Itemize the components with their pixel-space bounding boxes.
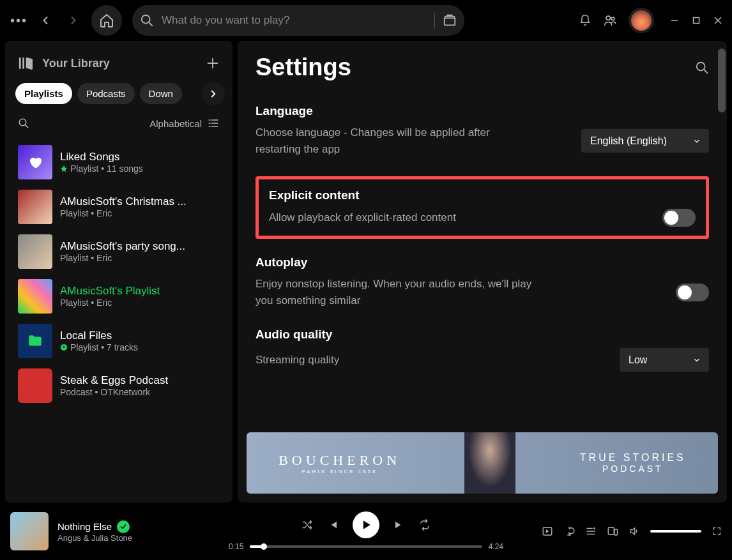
ad-text-1: TRUE STORIES (580, 452, 686, 464)
nav-back-button[interactable] (35, 10, 56, 31)
setting-desc: Allow playback of explicit-rated content (269, 209, 456, 226)
search-icon (140, 13, 154, 27)
player-bar: Nothing Else Angus & Julia Stone (0, 503, 732, 560)
volume-icon[interactable] (629, 526, 640, 537)
library-button[interactable]: Your Library (18, 55, 110, 72)
svg-point-2 (611, 17, 614, 20)
item-title: AMusicSoft's Playlist (60, 285, 220, 298)
item-title: Steak & Eggs Podcast (60, 374, 220, 387)
item-title: Liked Songs (60, 151, 220, 163)
maximize-button[interactable] (692, 17, 700, 24)
streaming-quality-select[interactable]: Low (620, 348, 709, 372)
nav-forward-button[interactable] (63, 10, 84, 31)
shuffle-button[interactable] (301, 519, 313, 531)
volume-bar[interactable] (650, 530, 701, 533)
avatar[interactable] (629, 8, 654, 33)
explicit-toggle[interactable] (662, 209, 696, 227)
svg-point-1 (606, 16, 610, 20)
item-subtitle: Playlist • Eric (60, 298, 220, 308)
setting-explicit: Explicit content Allow playback of expli… (269, 188, 696, 227)
item-subtitle: Playlist • 11 songs (70, 163, 143, 174)
svg-rect-8 (608, 527, 614, 534)
time-elapsed: 0:15 (229, 542, 243, 551)
item-subtitle: Playlist • Eric (60, 253, 220, 263)
connect-device-icon[interactable] (607, 526, 618, 537)
library-icon (18, 55, 34, 72)
progress-bar[interactable] (250, 545, 482, 548)
previous-button[interactable] (327, 519, 339, 531)
fullscreen-icon[interactable] (712, 526, 722, 536)
sort-button[interactable]: Alphabetical (149, 117, 220, 130)
list-item[interactable]: Liked Songs Playlist • 11 songs (13, 140, 225, 185)
sidebar: Your Library Playlists Podcasts Down Alp… (5, 41, 233, 503)
minimize-button[interactable] (671, 17, 678, 24)
search-bar[interactable] (132, 5, 464, 36)
repeat-button[interactable] (419, 519, 431, 531)
chip-playlists[interactable]: Playlists (15, 83, 72, 104)
time-duration: 4:24 (489, 542, 503, 551)
cover-art (18, 324, 52, 358)
cover-art (18, 279, 52, 314)
chip-downloaded[interactable]: Down (140, 83, 182, 104)
friends-icon[interactable] (603, 13, 617, 27)
download-icon (60, 344, 68, 351)
divider (434, 13, 435, 28)
pin-icon (60, 165, 68, 172)
list-item[interactable]: AMusicSoft's Playlist Playlist • Eric (13, 274, 225, 319)
track-artist[interactable]: Angus & Julia Stone (57, 533, 132, 543)
ad-brand-subtitle: PARIS SINCE 1858 (278, 469, 400, 474)
setting-heading: Language (255, 104, 709, 118)
setting-audio-quality: Audio quality Streaming quality Low (255, 328, 709, 372)
item-title: Local Files (60, 329, 220, 342)
item-title: AMusicSoft's Christmas ... (60, 195, 220, 208)
language-select[interactable]: English (English) (581, 129, 709, 153)
cover-art (18, 190, 52, 224)
saved-check-icon[interactable] (117, 520, 130, 533)
list-item[interactable]: AMusicSoft's Christmas ... Playlist • Er… (13, 185, 225, 229)
ad-banner[interactable]: BOUCHERON PARIS SINCE 1858 TRUE STORIES … (247, 432, 718, 494)
setting-desc: Streaming quality (255, 352, 339, 368)
scrollbar[interactable] (718, 49, 726, 112)
browse-icon[interactable] (443, 13, 457, 27)
search-library-icon[interactable] (18, 117, 29, 129)
item-subtitle: Podcast • OTKnetwork (60, 387, 220, 397)
setting-heading: Audio quality (255, 328, 709, 342)
page-title: Settings (255, 54, 351, 81)
now-playing-view-icon[interactable] (542, 526, 553, 537)
cover-art (18, 145, 52, 179)
main-content: Settings Language Choose language - Chan… (238, 41, 727, 503)
setting-heading: Autoplay (255, 255, 709, 269)
more-menu-icon[interactable]: ••• (10, 13, 27, 28)
sort-label: Alphabetical (149, 118, 202, 129)
ad-brand: BOUCHERON (278, 452, 400, 469)
queue-icon[interactable] (585, 526, 597, 537)
list-item[interactable]: AMusicSoft's party song... Playlist • Er… (13, 229, 225, 274)
autoplay-toggle[interactable] (676, 284, 709, 301)
list-view-icon (207, 117, 220, 130)
next-button[interactable] (393, 519, 405, 531)
create-button[interactable] (206, 56, 220, 70)
item-title: AMusicSoft's party song... (60, 240, 220, 253)
toggle-knob (678, 285, 692, 299)
search-settings-icon[interactable] (695, 61, 709, 75)
svg-rect-3 (694, 18, 699, 24)
cover-art (18, 368, 52, 403)
library-title: Your Library (42, 57, 110, 70)
track-title[interactable]: Nothing Else (57, 521, 112, 532)
lyrics-icon[interactable] (563, 526, 575, 537)
cover-art (18, 234, 52, 269)
close-button[interactable] (714, 17, 722, 24)
toggle-knob (664, 211, 678, 225)
search-input[interactable] (162, 14, 427, 27)
notifications-icon[interactable] (579, 14, 591, 27)
list-item[interactable]: Local Files Playlist • 7 tracks (13, 319, 225, 363)
play-button[interactable] (353, 511, 379, 538)
home-button[interactable] (91, 5, 122, 36)
chips-scroll-right[interactable] (202, 82, 225, 105)
highlighted-setting: Explicit content Allow playback of expli… (255, 176, 709, 239)
now-playing-cover[interactable] (10, 512, 49, 550)
list-item[interactable]: Steak & Eggs Podcast Podcast • OTKnetwor… (13, 363, 225, 408)
progress-handle[interactable] (261, 543, 267, 550)
setting-heading: Explicit content (269, 188, 696, 202)
chip-podcasts[interactable]: Podcasts (77, 83, 135, 104)
